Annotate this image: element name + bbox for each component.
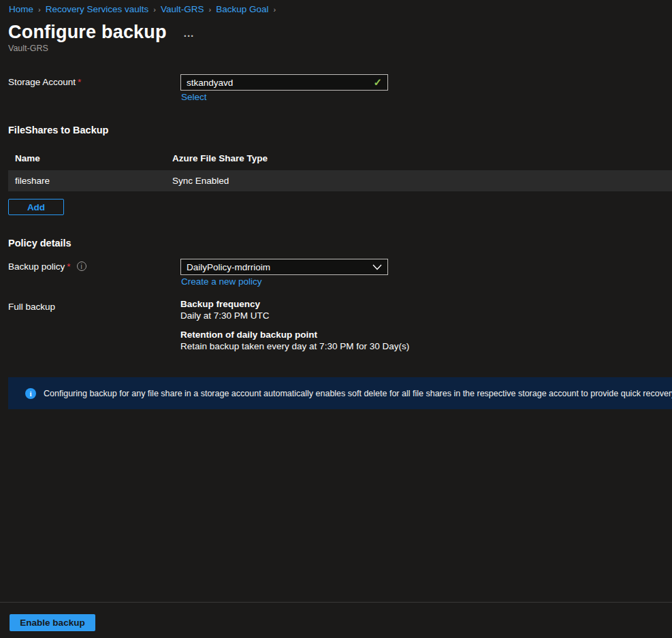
full-backup-label: Full backup xyxy=(8,299,180,351)
add-fileshare-button[interactable]: Add xyxy=(8,199,64,215)
storage-account-field: ✓ xyxy=(180,74,388,91)
backup-policy-dropdown[interactable]: DailyPolicy-mdrrioim xyxy=(180,259,388,275)
more-options-button[interactable]: ... xyxy=(184,29,195,37)
storage-account-label-text: Storage Account xyxy=(8,77,76,87)
breadcrumb-vault-grs[interactable]: Vault-GRS xyxy=(161,4,204,14)
page-header: Configure backup ... xyxy=(8,22,194,43)
fileshares-table-header: Name Azure File Share Type xyxy=(8,151,672,165)
retention-title: Retention of daily backup point xyxy=(180,330,466,340)
storage-account-input[interactable] xyxy=(187,78,373,88)
table-row[interactable]: fileshare Sync Enabled xyxy=(8,170,672,191)
breadcrumb-separator: › xyxy=(38,5,41,14)
required-asterisk: * xyxy=(67,261,70,272)
backup-policy-label: Backup policy*i xyxy=(8,259,180,275)
breadcrumb: Home › Recovery Services vaults › Vault-… xyxy=(9,4,281,14)
full-backup-row: Full backup Backup frequency Daily at 7:… xyxy=(8,299,466,351)
storage-account-label: Storage Account* xyxy=(8,74,180,91)
page-title: Configure backup xyxy=(8,22,167,43)
chevron-down-icon xyxy=(372,264,382,270)
full-backup-details: Backup frequency Daily at 7:30 PM UTC Re… xyxy=(180,299,466,351)
column-header-name: Name xyxy=(15,153,172,163)
required-asterisk: * xyxy=(78,77,81,87)
backup-frequency-title: Backup frequency xyxy=(180,299,466,309)
fileshares-heading: FileShares to Backup xyxy=(8,125,108,135)
create-new-policy-link[interactable]: Create a new policy xyxy=(181,276,262,287)
backup-frequency-block: Backup frequency Daily at 7:30 PM UTC xyxy=(180,299,466,321)
backup-policy-selected-value: DailyPolicy-mdrrioim xyxy=(187,262,270,272)
breadcrumb-separator: › xyxy=(273,5,276,14)
storage-account-row: Storage Account* ✓ xyxy=(8,74,388,91)
breadcrumb-recovery-services-vaults[interactable]: Recovery Services vaults xyxy=(46,4,149,14)
fileshare-name-cell: fileshare xyxy=(15,176,172,186)
backup-policy-field: DailyPolicy-mdrrioim xyxy=(180,259,388,275)
backup-frequency-value: Daily at 7:30 PM UTC xyxy=(180,310,466,321)
retention-block: Retention of daily backup point Retain b… xyxy=(180,330,466,351)
breadcrumb-separator: › xyxy=(208,5,211,14)
breadcrumb-separator: › xyxy=(153,5,156,14)
soft-delete-info-banner: i Configuring backup for any file share … xyxy=(8,377,672,409)
backup-policy-label-text: Backup policy xyxy=(8,261,65,272)
enable-backup-button[interactable]: Enable backup xyxy=(10,614,95,631)
breadcrumb-backup-goal[interactable]: Backup Goal xyxy=(216,4,268,14)
validation-check-icon: ✓ xyxy=(373,76,382,89)
policy-details-heading: Policy details xyxy=(8,238,71,249)
column-header-type: Azure File Share Type xyxy=(172,153,268,163)
breadcrumb-home[interactable]: Home xyxy=(9,4,33,14)
select-storage-account-link[interactable]: Select xyxy=(181,92,207,102)
fileshare-type-cell: Sync Enabled xyxy=(172,176,229,186)
info-tooltip-icon[interactable]: i xyxy=(77,261,86,271)
storage-account-input-box: ✓ xyxy=(180,74,388,91)
footer-command-bar: Enable backup xyxy=(0,602,672,638)
retention-value: Retain backup taken every day at 7:30 PM… xyxy=(180,341,466,351)
page-subtitle: Vault-GRS xyxy=(8,44,48,53)
info-icon: i xyxy=(25,388,36,399)
info-banner-text: Configuring backup for any file share in… xyxy=(44,389,672,398)
backup-policy-row: Backup policy*i DailyPolicy-mdrrioim xyxy=(8,259,388,275)
